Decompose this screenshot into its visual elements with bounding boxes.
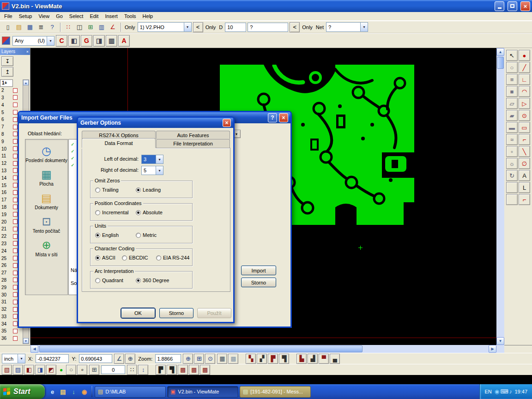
parallelogram-icon[interactable]: ▱: [506, 98, 518, 109]
layer-color-swatch[interactable]: [13, 117, 18, 122]
layer-filter-select[interactable]: 1) V2.PHO ▾: [138, 22, 192, 32]
dcode-query-input[interactable]: ?: [248, 23, 288, 32]
close-button[interactable]: ×: [279, 113, 288, 122]
restore-button[interactable]: [508, 1, 517, 11]
layer-color-swatch[interactable]: [13, 161, 18, 166]
layer-neg-icon[interactable]: ▙: [296, 354, 307, 364]
polyline-tool-icon[interactable]: ∟: [519, 74, 530, 85]
layer-color-swatch[interactable]: [13, 154, 18, 158]
flip-vertical-icon[interactable]: ◨: [93, 35, 105, 47]
macro-icon[interactable]: ⊞: [85, 22, 96, 32]
slant-tool-icon[interactable]: ╲: [519, 146, 530, 157]
menu-item[interactable]: Go: [53, 12, 66, 20]
blank2-icon[interactable]: [506, 194, 518, 205]
layer-color-swatch[interactable]: [13, 307, 18, 312]
layer-color-swatch[interactable]: [13, 336, 18, 341]
probe-circle-icon[interactable]: ○: [66, 365, 76, 375]
menu-item[interactable]: View: [35, 12, 53, 20]
menu-item[interactable]: Help: [139, 12, 157, 20]
layer-color-swatch[interactable]: [13, 300, 18, 304]
measure-line-icon[interactable]: ∠: [114, 354, 124, 364]
task-button-message[interactable]: ▤ [191-482-091] - Mess...: [240, 386, 311, 398]
tab[interactable]: Auto Features: [156, 131, 230, 139]
flash-mode-icon[interactable]: ▚: [246, 354, 256, 364]
layer-row-active[interactable]: 1+: [0, 79, 13, 87]
layer-color-swatch[interactable]: [13, 285, 18, 290]
horizontal-scrollbar[interactable]: ◀ ▶: [30, 345, 496, 353]
horizontal-scrollbar-thumb[interactable]: [39, 345, 363, 352]
radio-option[interactable]: EIA RS-244: [156, 255, 189, 260]
tab[interactable]: Data Format: [82, 138, 156, 148]
new-file-icon[interactable]: ▯: [3, 22, 13, 32]
layer-color-swatch[interactable]: [13, 175, 18, 180]
slope-icon[interactable]: ▰: [506, 110, 518, 121]
menu-item[interactable]: Select: [66, 12, 87, 20]
help-pointer-icon[interactable]: ?: [47, 22, 57, 32]
dashed-rect-icon[interactable]: ▫: [506, 146, 518, 157]
layer-color-swatch[interactable]: [13, 219, 18, 224]
trace-mode-icon[interactable]: ▜: [279, 354, 289, 364]
layer-color-swatch[interactable]: [13, 168, 18, 173]
scroll-left-icon[interactable]: ◀: [30, 345, 38, 353]
net-filter-select[interactable]: ? ▾: [326, 22, 368, 32]
place-documents[interactable]: ▤ Dokumenty: [25, 192, 67, 210]
layer-color-swatch[interactable]: [13, 146, 18, 151]
film-bottom-icon[interactable]: ▄: [330, 354, 340, 364]
layer-color-swatch[interactable]: [13, 314, 18, 319]
layer-color-swatch[interactable]: [13, 263, 18, 268]
layer-color-swatch[interactable]: [13, 227, 18, 231]
film-black2-icon[interactable]: ▜: [167, 365, 177, 375]
firefox-quicklaunch-icon[interactable]: ◉: [79, 387, 89, 397]
messenger-tray-icon[interactable]: ◉: [495, 388, 499, 395]
scroll-down-icon[interactable]: ▼: [496, 337, 504, 345]
layer-color-swatch[interactable]: [13, 95, 18, 100]
dimension-l-icon[interactable]: L: [519, 182, 530, 193]
aperture-info-icon[interactable]: ◫: [74, 22, 85, 32]
radio-option[interactable]: Trailing: [95, 187, 136, 193]
film-red-icon[interactable]: ▩: [178, 365, 188, 375]
layer-pos-icon[interactable]: ▟: [308, 354, 318, 364]
radio-option[interactable]: EBCDIC: [122, 255, 156, 260]
layer-color-swatch[interactable]: [13, 234, 18, 239]
grid-on-icon[interactable]: ▦: [217, 354, 227, 364]
cancel-button[interactable]: Storno: [159, 308, 193, 318]
emule-quicklaunch-icon[interactable]: ↓: [69, 387, 79, 397]
layer-color-swatch[interactable]: [13, 292, 18, 297]
origin-marker-icon[interactable]: ⊕: [125, 354, 135, 364]
keyboard-tray-icon[interactable]: ⌨: [500, 388, 508, 395]
scroll-up-icon[interactable]: ▲: [23, 80, 29, 85]
positive-display-icon[interactable]: ▨: [13, 365, 23, 375]
radio-option[interactable]: Quadrant: [95, 278, 136, 283]
rotate-c-icon[interactable]: C: [56, 35, 67, 47]
start-button[interactable]: Start: [0, 384, 45, 399]
radio-option[interactable]: 360 Degree: [136, 278, 169, 283]
triangle-tool-icon[interactable]: ▷: [519, 98, 530, 109]
gear-icon[interactable]: ☼: [506, 158, 518, 169]
layer-color-swatch[interactable]: [13, 88, 18, 93]
dcode-input[interactable]: 10: [225, 23, 246, 32]
clock[interactable]: 19:47: [514, 389, 527, 394]
folder-quicklaunch-icon[interactable]: ▤: [58, 387, 68, 397]
chevron-down-icon[interactable]: ▾: [184, 22, 192, 32]
layer-color-swatch[interactable]: [13, 103, 18, 107]
chevron-down-icon[interactable]: ▾: [156, 155, 163, 164]
scroll-right-icon[interactable]: ▶: [489, 345, 496, 353]
text-a-icon[interactable]: A: [118, 35, 130, 47]
rotate-tool-icon[interactable]: ↻: [506, 170, 518, 181]
prev-dcode-button[interactable]: <: [290, 22, 300, 32]
task-button-mlab[interactable]: ▤ D:\MLAB: [95, 386, 166, 398]
grid-settings-icon[interactable]: ⊞: [89, 365, 99, 375]
menu-item[interactable]: Insert: [102, 12, 121, 20]
vertical-scrollbar[interactable]: ▲ ▼: [496, 48, 504, 345]
menu-item[interactable]: File: [1, 12, 16, 20]
layer-color-swatch[interactable]: [13, 125, 18, 129]
oblong-icon[interactable]: ▬: [506, 122, 518, 133]
zoom-extents-icon[interactable]: ⊞: [194, 354, 204, 364]
layer-color-swatch[interactable]: [13, 139, 18, 144]
language-indicator[interactable]: EN: [484, 389, 491, 394]
tab[interactable]: File Interpretation: [156, 139, 230, 148]
blank-icon[interactable]: [506, 182, 518, 193]
layers-panel-header[interactable]: Layers ×: [0, 48, 30, 55]
flip-v-icon[interactable]: ◨: [35, 365, 45, 375]
close-button[interactable]: ×: [223, 119, 231, 127]
